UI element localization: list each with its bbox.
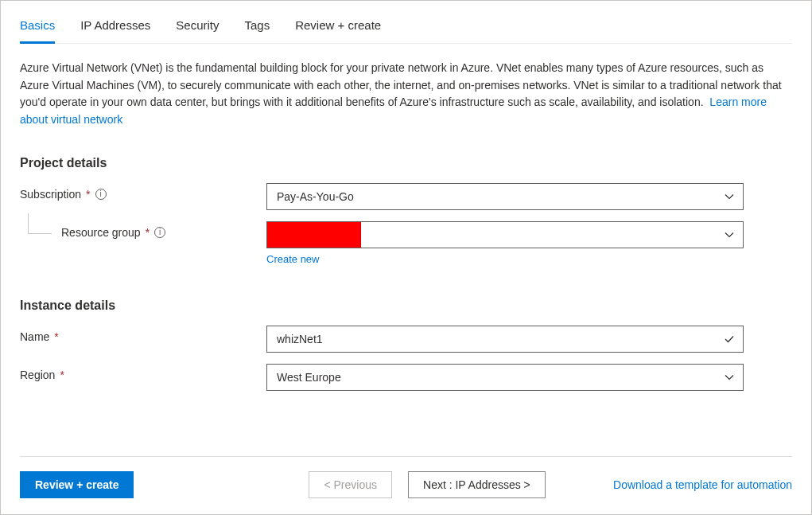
project-details-heading: Project details (20, 156, 792, 170)
previous-button: < Previous (309, 471, 392, 498)
subscription-row: Subscription * i Pay-As-You-Go (20, 183, 792, 210)
review-create-button[interactable]: Review + create (20, 471, 134, 498)
wizard-footer: Review + create < Previous Next : IP Add… (20, 456, 792, 498)
subscription-dropdown[interactable]: Pay-As-You-Go (266, 183, 744, 210)
resource-group-dropdown[interactable] (266, 221, 744, 248)
required-marker: * (146, 226, 150, 239)
name-value: whizNet1 (277, 333, 323, 345)
subscription-label: Subscription * i (20, 183, 266, 201)
region-dropdown[interactable]: West Europe (266, 364, 744, 391)
download-template-link[interactable]: Download a template for automation (613, 478, 792, 491)
wizard-tabs: Basics IP Addresses Security Tags Review… (20, 14, 792, 44)
tab-ip-addresses[interactable]: IP Addresses (80, 14, 150, 43)
required-marker: * (60, 369, 64, 381)
info-icon[interactable]: i (95, 189, 107, 200)
required-marker: * (54, 330, 58, 343)
redacted-block (267, 222, 361, 248)
create-vnet-panel: Basics IP Addresses Security Tags Review… (0, 0, 812, 515)
subscription-value: Pay-As-You-Go (277, 190, 354, 203)
basics-description: Azure Virtual Network (VNet) is the fund… (20, 60, 783, 129)
name-label: Name * (20, 326, 266, 343)
chevron-down-icon (724, 372, 735, 383)
chevron-down-icon (724, 229, 735, 240)
tab-security[interactable]: Security (176, 14, 219, 43)
tab-basics[interactable]: Basics (20, 14, 55, 43)
info-icon[interactable]: i (154, 227, 165, 238)
name-row: Name * whizNet1 (20, 326, 792, 353)
description-text: Azure Virtual Network (VNet) is the fund… (20, 61, 782, 108)
tree-connector (28, 213, 52, 234)
check-icon (724, 334, 735, 345)
tab-review-create[interactable]: Review + create (295, 14, 381, 43)
region-label: Region * (20, 364, 266, 381)
resource-group-label: Resource group * i (61, 221, 266, 239)
create-new-rg-link[interactable]: Create new (266, 253, 319, 265)
chevron-down-icon (724, 191, 735, 202)
region-row: Region * West Europe (20, 364, 792, 391)
instance-details-heading: Instance details (20, 298, 792, 313)
tab-tags[interactable]: Tags (245, 14, 270, 43)
next-button[interactable]: Next : IP Addresses > (408, 471, 546, 498)
required-marker: * (86, 188, 90, 201)
resource-group-row: Resource group * i Create new (20, 221, 792, 265)
name-input[interactable]: whizNet1 (266, 326, 744, 353)
region-value: West Europe (277, 371, 341, 384)
